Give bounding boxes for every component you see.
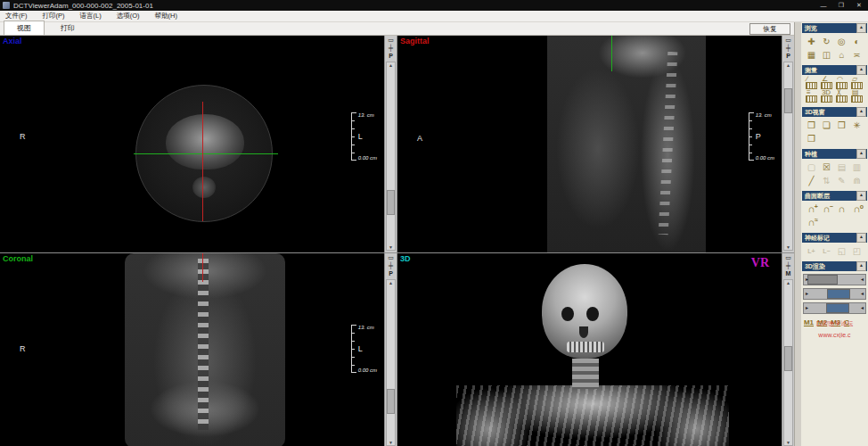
maximize-viewport-icon[interactable]: ▭ [388,36,394,44]
cube-single-icon[interactable]: ❐ [804,132,819,145]
tab-打印[interactable]: 打印 [48,21,87,35]
tooth-icon[interactable]: ⋒ [849,174,864,187]
arch-circle-icon[interactable]: ∩o [849,202,864,216]
nerve-remove-icon[interactable]: L− [819,244,834,258]
tooth-move-icon[interactable]: ⇅ [819,174,834,187]
opacity-slider-thumb[interactable] [826,303,849,313]
implant-list-icon[interactable]: ▤ [834,161,849,174]
scroll-up-icon[interactable]: ▲ [784,62,792,68]
cube-slice-icon[interactable]: ❏ [819,119,834,132]
scroll-down-icon[interactable]: ▼ [784,440,792,445]
section-collapse-button[interactable]: ▲ [856,233,866,243]
tab-视图[interactable]: 视图 [4,21,45,35]
maximize-viewport-icon[interactable]: ▭ [785,36,791,44]
opacity-slider[interactable]: ▸◂ [803,302,866,314]
implant-edit-icon[interactable]: ✎ [834,174,849,187]
volume-strip[interactable]: ▭ ╪ M ▲ ▼ [782,253,794,446]
implant-db-icon[interactable]: ▥ [849,161,864,174]
threshold-high-slider-thumb[interactable] [827,289,850,299]
axial-scrollbar[interactable]: ▲ ▼ [386,62,396,251]
window-level-icon[interactable]: ▦ [804,48,819,62]
rotate-icon[interactable]: ↻ [819,35,834,48]
cube-views-icon[interactable]: ❐ [804,119,819,132]
section-collapse-button[interactable]: ▲ [856,65,866,75]
slider-right-arrow-icon[interactable]: ◂ [861,289,864,299]
select-region-icon[interactable]: ▢ [804,161,819,174]
menu-item[interactable]: 文件(F) [4,12,29,21]
slider-left-arrow-icon[interactable]: ▸ [806,289,808,299]
maximize-button[interactable]: ❐ [832,0,850,11]
reset-icon[interactable]: ⌂ [834,48,849,62]
coronal-red-crosshair[interactable] [202,253,203,282]
minimize-button[interactable]: — [815,0,832,11]
slice-slider-icon[interactable]: ╪ [786,44,790,52]
slice-slider-icon[interactable]: ╪ [389,44,393,52]
sagittal-green-crosshair[interactable] [611,36,612,71]
threshold-low-slider-thumb[interactable] [807,275,838,285]
caliper-icon[interactable]: ≍ [849,48,864,62]
volume-viewport[interactable]: 3D VR ▭ ╪ M ▲ ▼ [397,253,794,446]
slider-right-arrow-icon[interactable]: ◂ [861,275,864,285]
coronal-scroll-thumb[interactable] [387,389,395,414]
restore-button[interactable]: 恢复 [749,23,790,35]
measure-profile-icon[interactable]: ≡ [804,90,819,103]
axial-scroll-thumb[interactable] [387,190,395,215]
volume-scroll-thumb[interactable] [784,346,792,371]
sagittal-strip[interactable]: ▭ ╪ P ▲ ▼ [782,36,794,252]
menu-item[interactable]: 帮助(H) [153,12,179,21]
threshold-low-slider[interactable]: ▸◂ [803,274,866,285]
section-collapse-button[interactable]: ▲ [856,107,866,117]
scroll-down-icon[interactable]: ▼ [387,244,395,250]
menu-item[interactable]: 语言(L) [78,12,103,21]
axes-icon[interactable]: ✳ [849,119,864,132]
slice-slider-icon[interactable]: ╪ [786,261,790,269]
tooth-remove-icon[interactable]: ☒ [819,161,834,174]
zoom-icon[interactable]: ◎ [834,35,849,48]
coronal-viewport[interactable]: Coronal R 13. cm L 0.00 cm ▭ ╪ P [0,253,397,446]
scroll-up-icon[interactable]: ▲ [387,280,395,285]
menu-item[interactable]: 打印(P) [41,12,67,21]
nerve-add-icon[interactable]: L+ [804,244,819,258]
measure-list-icon[interactable]: ▤ [849,90,864,103]
axial-strip[interactable]: ▭ ╪ P ▲ ▼ [384,36,397,252]
section-collapse-button[interactable]: ▲ [856,191,866,201]
sagittal-viewport[interactable]: Sagittal A 13. cm P 0.00 cm ▭ ╪ P [397,36,794,252]
panel-splitter[interactable] [794,22,801,446]
slider-left-arrow-icon[interactable]: ▸ [806,303,808,313]
slider-right-arrow-icon[interactable]: ◂ [861,303,864,313]
scroll-down-icon[interactable]: ▼ [784,244,792,250]
axial-red-crosshair[interactable] [202,102,203,221]
sagittal-scroll-thumb[interactable] [784,88,792,113]
threshold-high-slider[interactable]: ▸◂ [803,288,866,300]
arch-fine-icon[interactable]: ∩≈ [804,216,819,229]
volume-scrollbar[interactable]: ▲ ▼ [783,279,793,446]
slice-slider-icon[interactable]: ╪ [389,261,393,269]
coronal-scrollbar[interactable]: ▲ ▼ [386,279,396,446]
layout-icon[interactable]: ◫ [819,48,834,62]
pan-icon[interactable]: ✚ [804,35,819,48]
section-collapse-button[interactable]: ▲ [856,23,866,33]
scroll-up-icon[interactable]: ▲ [387,62,395,68]
implant-line-icon[interactable]: ╱ [804,174,819,187]
slider-left-arrow-icon[interactable]: ▸ [806,275,808,285]
arch-add-icon[interactable]: ∩+ [804,202,819,216]
measure-delete-icon[interactable]: ╳ [834,90,849,103]
menu-item[interactable]: 选项(O) [115,12,142,21]
cube-multi-icon[interactable]: ❒ [834,119,849,132]
section-collapse-button[interactable]: ▲ [856,149,866,159]
arch-remove-icon[interactable]: ∩− [819,202,834,216]
sagittal-scrollbar[interactable]: ▲ ▼ [783,62,793,251]
nerve-show-icon[interactable]: ◱ [834,244,849,258]
scroll-up-icon[interactable]: ▲ [784,280,792,285]
scroll-down-icon[interactable]: ▼ [387,440,395,445]
axial-green-crosshair[interactable] [134,153,278,154]
axial-viewport[interactable]: Axial R 13. cm L 0.00 cm ▭ ╪ P [0,36,397,252]
arch-icon[interactable]: ∩ [834,202,849,216]
close-button[interactable]: ✕ [850,0,868,11]
section-collapse-button[interactable]: ▲ [856,261,866,271]
coronal-strip[interactable]: ▭ ╪ P ▲ ▼ [384,253,397,446]
maximize-viewport-icon[interactable]: ▭ [785,253,791,261]
contrast-icon[interactable]: ◐ [849,35,864,48]
measure-3d-icon[interactable]: 3D [819,90,834,103]
maximize-viewport-icon[interactable]: ▭ [388,253,394,261]
